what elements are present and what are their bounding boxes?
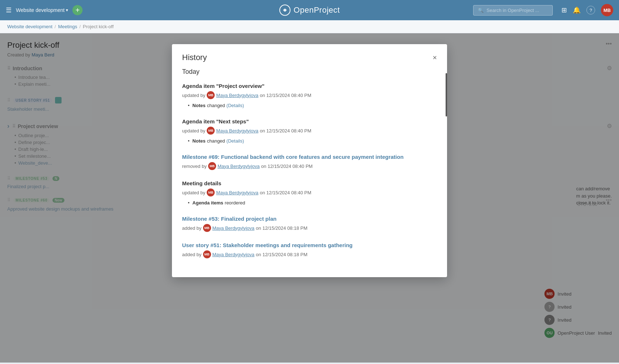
change-field-2: Notes [193, 138, 206, 144]
user-avatar-3: MB [208, 162, 216, 170]
history-entry-meta-4: updated by MB Maya Berdygylyjova on 12/1… [182, 189, 437, 196]
breadcrumb-current: Project kick-off [83, 24, 114, 29]
modal-body[interactable]: Today Agenda item "Project overview" upd… [172, 68, 447, 277]
action-text-5: added by [182, 225, 202, 231]
date-text-2: on 12/15/2024 08:40 PM [260, 128, 311, 134]
breadcrumb-website-dev[interactable]: Website development [7, 24, 52, 29]
change-action-2: changed [207, 138, 225, 144]
user-avatar-5: MB [203, 224, 211, 232]
history-entry-meta-6: added by MB Maya Berdygylyjova on 12/15/… [182, 250, 437, 258]
scroll-indicator [446, 73, 447, 117]
search-icon: 🔍 [478, 8, 484, 13]
modal-close-button[interactable]: × [433, 54, 437, 61]
history-date-group: Today Agenda item "Project overview" upd… [182, 68, 437, 258]
date-text-1: on 12/15/2024 08:40 PM [260, 93, 311, 98]
date-text-4: on 12/15/2024 08:40 PM [260, 190, 311, 195]
history-change-item-2: Notes changed (Details) [188, 138, 437, 144]
history-entry-title-4: Meeting details [182, 180, 437, 186]
history-change-item-4: Agenda items reordered [188, 200, 437, 206]
date-text-5: on 12/15/2024 08:18 PM [256, 225, 307, 231]
action-text-2: updated by [182, 128, 205, 134]
history-entry-meta-5: added by MB Maya Berdygylyjova on 12/15/… [182, 224, 437, 232]
change-action-1: changed [207, 103, 225, 108]
action-text-6: added by [182, 252, 202, 257]
action-text-4: updated by [182, 190, 205, 195]
history-entry-title-2: Agenda item "Next steps" [182, 118, 437, 124]
history-modal: History × Today Agenda item "Project ove… [172, 44, 447, 277]
app-logo: OpenProject [279, 4, 340, 16]
user-name-link-5[interactable]: Maya Berdygylyjova [212, 225, 254, 231]
history-entry-meta-3: removed by MB Maya Berdygylyjova on 12/1… [182, 162, 437, 170]
user-name-link-3[interactable]: Maya Berdygylyjova [218, 164, 260, 169]
modal-header: History × [172, 44, 447, 68]
history-entry-2: Agenda item "Next steps" updated by MB M… [182, 118, 437, 144]
change-field-4: Agenda items [193, 200, 223, 206]
details-link-1[interactable]: (Details) [227, 103, 244, 108]
history-entry-4: Meeting details updated by MB Maya Berdy… [182, 180, 437, 206]
user-avatar-1: MB [207, 91, 215, 99]
details-link-2[interactable]: (Details) [227, 138, 244, 144]
project-name[interactable]: Website development ▾ [16, 7, 68, 13]
history-entry-meta-1: updated by MB Maya Berdygylyjova on 12/1… [182, 91, 437, 99]
history-entry-title-5[interactable]: Milestone #53: Finalized project plan [182, 216, 437, 222]
date-text-6: on 12/15/2024 08:18 PM [256, 252, 307, 257]
history-entry-1: Agenda item "Project overview" updated b… [182, 83, 437, 108]
action-text-1: updated by [182, 93, 205, 98]
nav-icons-group: ⊞ 🔔 ? MB [561, 4, 613, 16]
breadcrumb: Website development / Meetings / Project… [0, 20, 619, 33]
history-changes-2: Notes changed (Details) [188, 138, 437, 144]
user-avatar-6: MB [203, 250, 211, 258]
date-text-3: on 12/15/2024 08:40 PM [261, 164, 312, 169]
history-entry-title-3[interactable]: Milestone #69: Functional backend with c… [182, 154, 437, 160]
history-entry-3: Milestone #69: Functional backend with c… [182, 154, 437, 170]
main-content: Project kick-off ••• Created by Maya Ber… [0, 33, 619, 363]
bell-icon[interactable]: 🔔 [573, 6, 581, 14]
user-name-link-6[interactable]: Maya Berdygylyjova [212, 252, 254, 257]
grid-icon[interactable]: ⊞ [561, 6, 567, 14]
breadcrumb-sep-2: / [79, 24, 81, 29]
history-entry-meta-2: updated by MB Maya Berdygylyjova on 12/1… [182, 127, 437, 135]
modal-overlay[interactable]: History × Today Agenda item "Project ove… [0, 33, 619, 363]
user-avatar-4: MB [207, 189, 215, 196]
history-entry-5: Milestone #53: Finalized project plan ad… [182, 216, 437, 232]
user-avatar-2: MB [207, 127, 215, 135]
global-search[interactable]: 🔍 Search in OpenProject ... [473, 5, 553, 16]
add-project-button[interactable]: + [72, 5, 83, 15]
hamburger-icon[interactable]: ☰ [6, 6, 12, 14]
change-action-4: reordered [225, 200, 245, 206]
top-navigation: ☰ Website development ▾ + OpenProject 🔍 … [0, 0, 619, 20]
history-entry-title-6[interactable]: User story #51: Stakeholder meetings and… [182, 242, 437, 248]
change-field-1: Notes [193, 103, 206, 108]
user-name-link-4[interactable]: Maya Berdygylyjova [216, 190, 258, 195]
action-text-3: removed by [182, 164, 207, 169]
history-changes-4: Agenda items reordered [188, 200, 437, 206]
help-icon[interactable]: ? [586, 6, 595, 14]
breadcrumb-sep-1: / [55, 24, 56, 29]
user-name-link-1[interactable]: Maya Berdygylyjova [216, 93, 258, 98]
history-entry-6: User story #51: Stakeholder meetings and… [182, 242, 437, 258]
history-changes-1: Notes changed (Details) [188, 103, 437, 108]
modal-title: History [182, 53, 207, 62]
history-entry-title-1: Agenda item "Project overview" [182, 83, 437, 89]
user-avatar[interactable]: MB [601, 4, 613, 16]
user-name-link-2[interactable]: Maya Berdygylyjova [216, 128, 258, 134]
history-change-item-1: Notes changed (Details) [188, 103, 437, 108]
breadcrumb-meetings[interactable]: Meetings [58, 24, 77, 29]
history-date-label: Today [182, 68, 437, 76]
